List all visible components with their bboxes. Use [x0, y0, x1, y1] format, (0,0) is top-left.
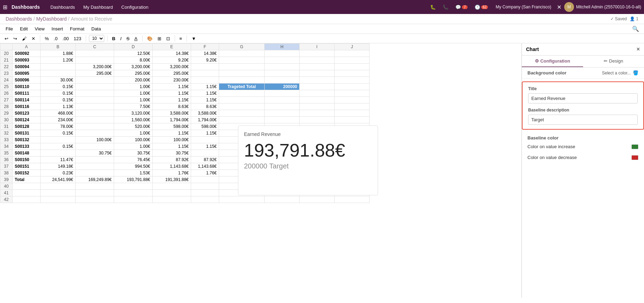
- cell-f[interactable]: 87.92€: [191, 157, 219, 163]
- cell-a[interactable]: S00123: [13, 110, 41, 117]
- col-header-h[interactable]: H: [265, 44, 300, 50]
- activity-icon-btn[interactable]: 🕐 62: [472, 4, 490, 10]
- cell-e[interactable]: 30.75€: [153, 150, 191, 157]
- cell-c[interactable]: 169,249.89€: [76, 176, 114, 183]
- cell-d[interactable]: 3,200.00€: [114, 64, 153, 70]
- cell-d[interactable]: 1.00€: [114, 84, 153, 90]
- cell-a[interactable]: S00116: [13, 103, 41, 110]
- cell-c[interactable]: 3,200.00€: [76, 64, 114, 70]
- cell-e[interactable]: 3,200.00€: [153, 64, 191, 70]
- cell-j[interactable]: [335, 103, 370, 110]
- col-header-e[interactable]: E: [153, 44, 191, 50]
- cell-f[interactable]: 1.15€: [191, 97, 219, 103]
- cell-b[interactable]: [41, 190, 76, 196]
- cell-i[interactable]: [300, 50, 335, 57]
- underline-button[interactable]: A: [133, 35, 139, 42]
- cell-g[interactable]: [219, 64, 265, 70]
- title-input[interactable]: [528, 93, 638, 103]
- cell-c[interactable]: [76, 84, 114, 90]
- cell-e[interactable]: 1.15€: [153, 143, 191, 150]
- cell-g[interactable]: [219, 50, 265, 57]
- cell-f[interactable]: 1,143.68€: [191, 163, 219, 170]
- cell-b[interactable]: 1.13€: [41, 103, 76, 110]
- cell-c[interactable]: [76, 183, 114, 190]
- align-button[interactable]: ≡: [178, 35, 184, 42]
- cell-i[interactable]: [300, 84, 335, 90]
- cell-h[interactable]: [265, 196, 300, 203]
- cell-a[interactable]: S00133: [13, 143, 41, 150]
- cell-i[interactable]: [300, 97, 335, 103]
- cell-a[interactable]: S00110: [13, 84, 41, 90]
- filter-button[interactable]: ▼: [190, 35, 198, 42]
- cell-c[interactable]: [76, 123, 114, 130]
- percent-button[interactable]: %: [43, 35, 51, 42]
- cell-e[interactable]: 3,588.00€: [153, 110, 191, 117]
- cell-d[interactable]: [114, 196, 153, 203]
- cell-e[interactable]: 1.15€: [153, 130, 191, 137]
- cell-d[interactable]: 1.00€: [114, 97, 153, 103]
- cell-f[interactable]: [191, 196, 219, 203]
- undo-button[interactable]: ↩: [3, 35, 10, 42]
- cell-b[interactable]: [41, 137, 76, 143]
- cell-a[interactable]: S00148: [13, 150, 41, 157]
- cell-g[interactable]: Trageted Total: [219, 84, 265, 90]
- cell-f[interactable]: 1.15€: [191, 90, 219, 97]
- cell-e[interactable]: 1.15€: [153, 84, 191, 90]
- borders-button[interactable]: ⊞: [156, 35, 163, 42]
- cell-b[interactable]: 1.20€: [41, 57, 76, 64]
- cell-d[interactable]: 994.50€: [114, 163, 153, 170]
- col-header-g[interactable]: G: [219, 44, 265, 50]
- num123-button[interactable]: 123: [72, 35, 83, 42]
- merge-button[interactable]: ⊡: [164, 35, 172, 42]
- cell-c[interactable]: [76, 163, 114, 170]
- cell-f[interactable]: 598.00€: [191, 123, 219, 130]
- cell-e[interactable]: 191,391.88€: [153, 176, 191, 183]
- cell-j[interactable]: [335, 57, 370, 64]
- user-info[interactable]: M Mitchell Admin (25570010-16-0-all): [564, 2, 641, 12]
- cell-j[interactable]: [335, 196, 370, 203]
- cell-h[interactable]: [265, 57, 300, 64]
- cell-b[interactable]: 468.00€: [41, 110, 76, 117]
- cell-a[interactable]: S00150: [13, 157, 41, 163]
- cell-h[interactable]: [265, 90, 300, 97]
- debug-icon-btn[interactable]: 🐛: [428, 4, 438, 10]
- cell-f[interactable]: [191, 150, 219, 157]
- cell-e[interactable]: 100.00€: [153, 137, 191, 143]
- cell-h[interactable]: [265, 77, 300, 84]
- cell-f[interactable]: [191, 64, 219, 70]
- phone-icon-btn[interactable]: 📞: [441, 4, 450, 10]
- cell-a[interactable]: Total: [13, 176, 41, 183]
- menu-file[interactable]: File: [3, 25, 16, 33]
- cell-c[interactable]: 30.75€: [76, 150, 114, 157]
- cell-f[interactable]: 1.76€: [191, 170, 219, 176]
- cell-d[interactable]: 8.00€: [114, 57, 153, 64]
- cell-i[interactable]: [300, 64, 335, 70]
- cell-a[interactable]: S00111: [13, 90, 41, 97]
- cell-c[interactable]: [76, 90, 114, 97]
- cell-f[interactable]: 1,794.00€: [191, 117, 219, 123]
- cell-j[interactable]: [335, 97, 370, 103]
- breadcrumb-mydashboard[interactable]: MyDashboard: [36, 16, 66, 22]
- cell-h[interactable]: [265, 110, 300, 117]
- cell-b[interactable]: 1.88€: [41, 50, 76, 57]
- green-color-swatch[interactable]: [631, 144, 638, 149]
- cell-b[interactable]: 24,541.99€: [41, 176, 76, 183]
- col-header-a[interactable]: A: [13, 44, 41, 50]
- cell-a[interactable]: S00124: [13, 117, 41, 123]
- cell-a[interactable]: [13, 190, 41, 196]
- cell-c[interactable]: [76, 190, 114, 196]
- cell-e[interactable]: 1.15€: [153, 90, 191, 97]
- col-header-d[interactable]: D: [114, 44, 153, 50]
- cell-c[interactable]: [76, 110, 114, 117]
- cell-c[interactable]: [76, 103, 114, 110]
- cell-f[interactable]: 8.63€: [191, 103, 219, 110]
- cell-c[interactable]: [76, 130, 114, 137]
- cell-i[interactable]: [300, 57, 335, 64]
- cell-b[interactable]: 78.00€: [41, 123, 76, 130]
- cell-b[interactable]: 149.18€: [41, 163, 76, 170]
- cell-a[interactable]: S00151: [13, 163, 41, 170]
- cell-b[interactable]: 234.00€: [41, 117, 76, 123]
- cell-c[interactable]: [76, 196, 114, 203]
- cell-e[interactable]: 295.00€: [153, 70, 191, 77]
- cell-d[interactable]: 1.00€: [114, 130, 153, 137]
